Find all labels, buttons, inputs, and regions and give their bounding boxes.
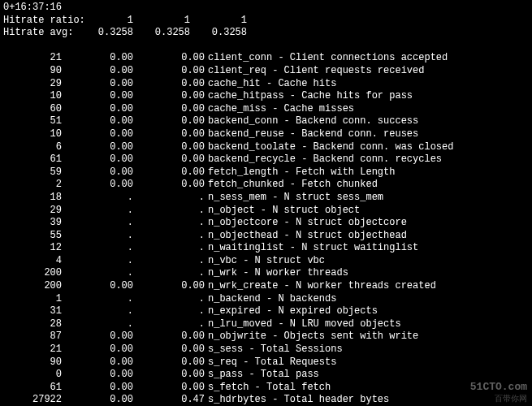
stat-col1: 90	[3, 356, 62, 369]
stat-desc: fetch_chunked - Fetch chunked	[205, 179, 378, 192]
stat-desc: n_expired - N expired objects	[205, 305, 378, 318]
stat-row: 4..n_vbc - N struct vbc	[3, 255, 529, 268]
stat-col2: 0.00	[62, 179, 133, 192]
stat-desc: client_req - Client requests received	[205, 65, 424, 78]
stat-col1: 10	[3, 90, 62, 103]
stat-row: 610.000.00backend_recycle - Backend conn…	[3, 153, 529, 166]
stat-col1: 61	[3, 153, 62, 166]
stat-desc: backend_reuse - Backend conn. reuses	[205, 128, 418, 141]
stat-col2: .	[62, 318, 133, 331]
stat-col3: 0.00	[133, 382, 205, 395]
stat-col3: .	[133, 305, 205, 318]
stat-col2: .	[62, 255, 133, 268]
stat-col3: 0.00	[133, 356, 205, 369]
stat-col2: 0.00	[62, 103, 133, 116]
stat-col2: 0.00	[62, 128, 133, 141]
stat-col2: 0.00	[62, 330, 133, 343]
stat-desc: s_fetch - Total fetch	[205, 382, 331, 395]
stat-row: 870.000.00n_objwrite - Objects sent with…	[3, 330, 529, 343]
stat-desc: cache_hit - Cache hits	[205, 78, 336, 91]
stat-col2: .	[62, 293, 133, 306]
stat-col1: 87	[3, 330, 62, 343]
stat-desc: n_sess_mem - N struct sess_mem	[205, 192, 383, 205]
stat-col3: 0.47	[133, 394, 205, 406]
stat-row: 290.000.00cache_hit - Cache hits	[3, 78, 529, 91]
stat-col1: 200	[3, 267, 62, 280]
stat-col3: .	[133, 255, 205, 268]
stat-col1: 27922	[3, 394, 62, 406]
stat-col1: 28	[3, 318, 62, 331]
stat-col3: 0.00	[133, 115, 205, 128]
stat-desc: n_wrk - N worker threads	[205, 267, 348, 280]
stat-row: 20.000.00fetch_chunked - Fetch chunked	[3, 179, 529, 192]
stat-col2: 0.00	[62, 65, 133, 78]
stat-row: 100.000.00cache_hitpass - Cache hits for…	[3, 90, 529, 103]
stat-col3: 0.00	[133, 90, 205, 103]
stat-col3: .	[133, 205, 205, 218]
stat-desc: cache_miss - Cache misses	[205, 103, 354, 116]
stat-col2: .	[62, 192, 133, 205]
stat-desc: s_pass - Total pass	[205, 369, 319, 382]
stat-col2: 0.00	[62, 90, 133, 103]
stat-col3: 0.00	[133, 343, 205, 356]
stat-row: 39..n_objectcore - N struct objectcore	[3, 217, 529, 230]
watermark-sub: 百带你网	[495, 394, 527, 404]
stat-col3: .	[133, 267, 205, 280]
stat-row: 18..n_sess_mem - N struct sess_mem	[3, 192, 529, 205]
stat-col2: 0.00	[62, 141, 133, 154]
stat-row: 1..n_backend - N backends	[3, 293, 529, 306]
stat-col2: .	[62, 205, 133, 218]
stat-row: 210.000.00client_conn - Client connectio…	[3, 52, 529, 65]
stat-col2: 0.00	[62, 382, 133, 395]
stat-row: 200..n_wrk - N worker threads	[3, 267, 529, 280]
hitrate-ratio-v2: 1	[133, 15, 190, 28]
stat-col1: 2	[3, 179, 62, 192]
stat-col3: 0.00	[133, 128, 205, 141]
stat-col3: 0.00	[133, 369, 205, 382]
hitrate-ratio-line: Hitrate ratio: 1 1 1	[3, 15, 529, 28]
stat-row: 610.000.00s_fetch - Total fetch	[3, 382, 529, 395]
hitrate-ratio-v1: 1	[84, 15, 133, 28]
hitrate-ratio-label: Hitrate ratio:	[3, 15, 84, 28]
stat-desc: cache_hitpass - Cache hits for pass	[205, 90, 413, 103]
stat-col2: 0.00	[62, 356, 133, 369]
stat-col2: .	[62, 242, 133, 255]
stat-col2: 0.00	[62, 52, 133, 65]
stat-col2: .	[62, 230, 133, 243]
stat-desc: n_lru_moved - N LRU moved objects	[205, 318, 401, 331]
hitrate-avg-line: Hitrate avg: 0.3258 0.3258 0.3258	[3, 27, 529, 40]
stat-col3: 0.00	[133, 179, 205, 192]
stat-col3: .	[133, 192, 205, 205]
stat-desc: client_conn - Client connections accepte…	[205, 52, 448, 65]
terminal-output: 0+16:37:16 Hitrate ratio: 1 1 1 Hitrate …	[0, 0, 532, 406]
stat-desc: s_hdrbytes - Total header bytes	[205, 394, 389, 406]
stat-row: 900.000.00client_req - Client requests r…	[3, 65, 529, 78]
stat-desc: fetch_length - Fetch with Length	[205, 166, 395, 179]
stat-col1: 29	[3, 205, 62, 218]
stat-desc: backend_toolate - Backend conn. was clos…	[205, 141, 453, 154]
stat-col2: 0.00	[62, 369, 133, 382]
stat-desc: n_wrk_create - N worker threads created	[205, 280, 436, 293]
stat-row: 279220.000.47s_hdrbytes - Total header b…	[3, 394, 529, 406]
stat-col1: 29	[3, 78, 62, 91]
stat-col1: 10	[3, 128, 62, 141]
stat-desc: n_waitinglist - N struct waitinglist	[205, 242, 418, 255]
stat-col3: .	[133, 230, 205, 243]
stat-row: 28..n_lru_moved - N LRU moved objects	[3, 318, 529, 331]
stat-col1: 61	[3, 382, 62, 395]
stat-row: 31..n_expired - N expired objects	[3, 305, 529, 318]
stat-col2: 0.00	[62, 280, 133, 293]
stat-row: 12..n_waitinglist - N struct waitinglist	[3, 242, 529, 255]
stat-col3: 0.00	[133, 65, 205, 78]
stat-col1: 59	[3, 166, 62, 179]
stat-col1: 12	[3, 242, 62, 255]
stat-col3: 0.00	[133, 166, 205, 179]
stat-col3: 0.00	[133, 280, 205, 293]
stat-col1: 0	[3, 369, 62, 382]
stat-col2: 0.00	[62, 78, 133, 91]
uptime-line: 0+16:37:16	[3, 2, 529, 15]
stat-col3: .	[133, 293, 205, 306]
stat-col3: 0.00	[133, 78, 205, 91]
hitrate-ratio-v3: 1	[190, 15, 247, 28]
stat-row: 100.000.00backend_reuse - Backend conn. …	[3, 128, 529, 141]
